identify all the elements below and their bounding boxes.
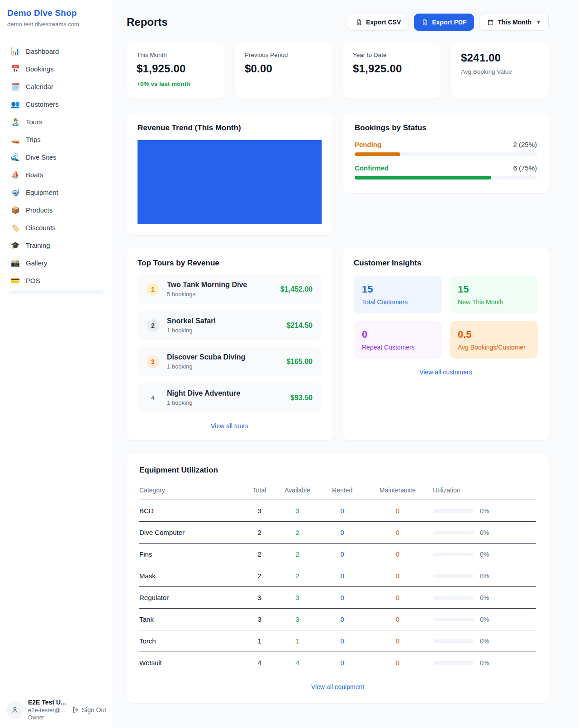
sidebar-item-label: Calendar: [26, 83, 53, 90]
sidebar-item-label: Discounts: [26, 224, 56, 232]
sidebar-item-reports-partial[interactable]: [8, 290, 104, 294]
status-value: 2 (25%): [513, 141, 537, 148]
utilization-bar: [433, 553, 474, 556]
tour-bookings: 1 booking: [167, 363, 245, 370]
main-content: Reports Export CSV Export PDF This Month: [113, 0, 579, 721]
export-csv-label: Export CSV: [366, 19, 401, 26]
calendar-icon: [487, 19, 494, 26]
cell-total: 2: [247, 565, 273, 587]
equipment-table: Category Total Available Rented Maintena…: [139, 482, 536, 673]
sidebar-item-label: Trips: [26, 136, 41, 143]
stat-value: $0.00: [245, 62, 323, 75]
tour-bookings: 1 booking: [167, 327, 216, 334]
sidebar-item-label: Equipment: [26, 189, 58, 196]
status-value: 6 (75%): [513, 164, 537, 172]
top-tours-card: Top Tours by Revenue 1 Two Tank Morning …: [127, 248, 332, 440]
top-tours-title: Top Tours by Revenue: [138, 259, 322, 268]
tour-list-item: 1 Two Tank Morning Dive 5 bookings $1,45…: [138, 274, 322, 304]
cell-rented: 0: [323, 630, 362, 652]
export-csv-button[interactable]: Export CSV: [348, 14, 408, 31]
sidebar-item-boats[interactable]: ⛵ Boats: [5, 166, 107, 184]
person-icon: [11, 706, 19, 714]
export-pdf-label: Export PDF: [432, 19, 466, 26]
equipment-utilization-title: Equipment Utilization: [139, 466, 536, 475]
sign-out-button[interactable]: Sign Out: [72, 706, 106, 714]
status-bar-fill: [355, 176, 491, 180]
cell-utilization: 0%: [480, 616, 489, 623]
view-all-equipment-link[interactable]: View all equipment: [139, 683, 536, 690]
cell-category: Wetsuit: [139, 652, 247, 674]
export-pdf-button[interactable]: Export PDF: [414, 14, 474, 31]
cell-available: 3: [272, 609, 322, 630]
period-dropdown[interactable]: This Month ▼: [479, 14, 549, 31]
cell-category: BCD: [139, 500, 247, 522]
cell-total: 2: [247, 522, 273, 544]
cell-category: Regulator: [139, 587, 247, 609]
cell-maintenance: 0: [362, 630, 433, 652]
table-row: Torch 1 1 0 0 0%: [139, 630, 536, 652]
sidebar-item-tours[interactable]: 🏝️ Tours: [5, 113, 107, 131]
sidebar-item-dive-sites[interactable]: 🌊 Dive Sites: [5, 148, 107, 166]
table-row: Dive Computer 2 2 0 0 0%: [139, 522, 536, 544]
utilization-bar: [433, 509, 474, 513]
cell-maintenance: 0: [362, 587, 433, 609]
stat-card-year-to-date: Year to Date $1,925.00: [343, 43, 441, 99]
cell-available: 2: [272, 565, 322, 587]
sidebar-item-label: POS: [26, 277, 40, 284]
tour-list-item: 4 Night Dive Adventure 1 booking $93.50: [138, 383, 322, 412]
sidebar-item-products[interactable]: 📦 Products: [5, 201, 107, 219]
sidebar-nav: 📊 Dashboard 📅 Bookings 🗓️ Calendar 👥 Cus…: [0, 35, 113, 693]
pos-icon: 💳: [11, 276, 20, 285]
products-icon: 📦: [11, 206, 20, 214]
bookings-icon: 📅: [11, 65, 20, 73]
view-all-tours-link[interactable]: View all tours: [138, 422, 322, 430]
training-icon: 🎓: [11, 241, 20, 250]
sidebar-item-training[interactable]: 🎓 Training: [5, 236, 107, 254]
sidebar-item-trips[interactable]: 🚤 Trips: [5, 131, 107, 148]
sidebar-item-discounts[interactable]: 🏷️ Discounts: [5, 219, 107, 236]
insight-value: 15: [362, 284, 434, 295]
sidebar-item-bookings[interactable]: 📅 Bookings: [5, 60, 107, 78]
status-label: Confirmed: [355, 164, 389, 172]
cell-total: 2: [247, 544, 273, 565]
customer-insights-title: Customer Insights: [354, 259, 538, 268]
status-row-confirmed: Confirmed 6 (75%): [355, 164, 537, 180]
rank-badge: 2: [147, 319, 159, 332]
view-all-customers-link[interactable]: View all customers: [354, 369, 538, 376]
utilization-bar: [433, 661, 474, 665]
bookings-by-status-card: Bookings by Status Pending 2 (25%) Confi…: [343, 113, 549, 193]
cell-maintenance: 0: [362, 609, 433, 630]
customer-insights-card: Customer Insights 15 Total Customers 15 …: [343, 248, 549, 440]
tour-revenue: $214.50: [286, 321, 313, 330]
stat-value: $1,925.00: [137, 62, 214, 75]
column-header-rented: Rented: [323, 482, 362, 500]
cell-category: Tank: [139, 609, 247, 630]
cell-maintenance: 0: [362, 652, 433, 674]
sidebar-item-dashboard[interactable]: 📊 Dashboard: [5, 43, 107, 60]
sidebar-item-equipment[interactable]: 🤿 Equipment: [5, 184, 107, 201]
table-row: Tank 3 3 0 0 0%: [139, 609, 536, 630]
cell-total: 1: [247, 630, 273, 652]
sidebar-item-pos[interactable]: 💳 POS: [5, 272, 107, 289]
insight-label: Repeat Customers: [362, 344, 434, 351]
status-bar-track: [355, 176, 537, 180]
sidebar-item-gallery[interactable]: 📸 Gallery: [5, 254, 107, 272]
file-download-icon: [422, 19, 428, 26]
page-title: Reports: [127, 16, 168, 28]
cell-category: Dive Computer: [139, 522, 247, 544]
status-bar-fill: [355, 152, 400, 156]
tour-revenue: $1,452.00: [280, 285, 313, 293]
insights-grid: 15 Total Customers 15 New This Month 0 R…: [354, 276, 538, 359]
tour-revenue: $165.00: [286, 358, 313, 366]
cell-rented: 0: [323, 609, 362, 630]
tour-name: Night Dive Adventure: [167, 389, 240, 397]
cell-rented: 0: [323, 500, 362, 522]
sidebar-item-label: Bookings: [26, 65, 54, 73]
insight-value: 0.5: [458, 329, 530, 340]
sidebar-item-customers[interactable]: 👥 Customers: [5, 95, 107, 113]
table-header-row: Category Total Available Rented Maintena…: [139, 482, 536, 500]
cell-available: 3: [272, 587, 322, 609]
user-role: Owner: [28, 714, 66, 721]
cell-maintenance: 0: [362, 522, 433, 544]
sidebar-item-calendar[interactable]: 🗓️ Calendar: [5, 78, 107, 95]
